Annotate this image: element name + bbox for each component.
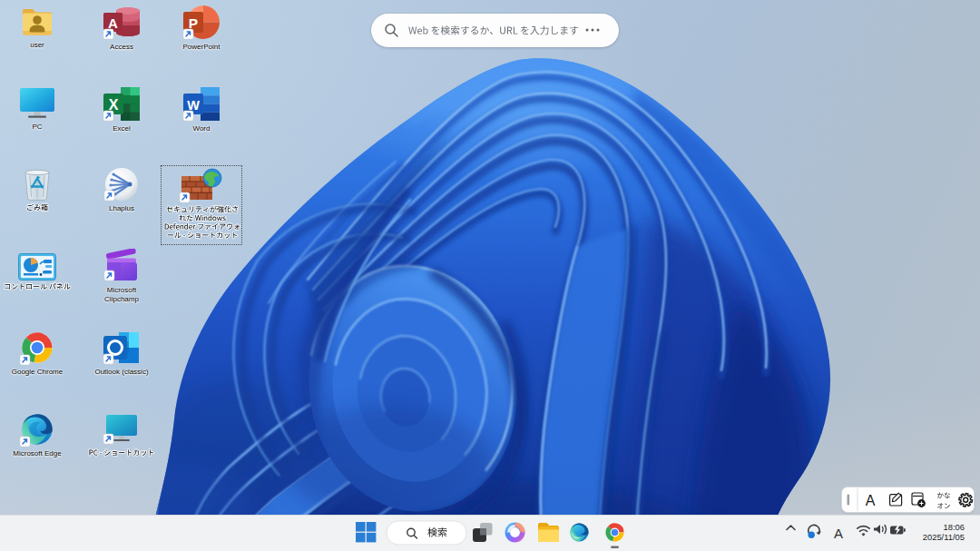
svg-text:A: A bbox=[866, 493, 876, 508]
svg-text:A: A bbox=[834, 526, 843, 541]
svg-text:A: A bbox=[108, 15, 118, 31]
svg-text:W: W bbox=[187, 98, 200, 113]
svg-text:X: X bbox=[109, 97, 119, 113]
svg-text:18:06: 18:06 bbox=[944, 522, 965, 532]
svg-text:P: P bbox=[189, 15, 198, 31]
svg-text:2025/11/05: 2025/11/05 bbox=[923, 532, 965, 542]
